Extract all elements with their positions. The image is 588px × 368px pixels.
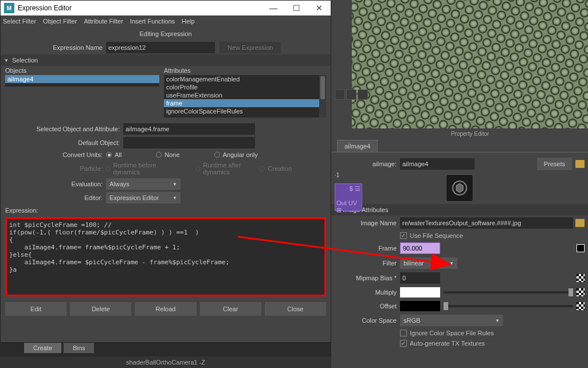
auto-tx-label: Auto-generate TX Textures (410, 340, 485, 347)
menu-attribute-filter[interactable]: Attribute Filter (84, 18, 123, 25)
convert-none-radio[interactable]: None (156, 151, 179, 158)
default-object-label: Default Object: (5, 139, 120, 146)
collapse-icon: ▼ (4, 58, 9, 63)
mipmap-bias-label: Mipmap Bias * (335, 275, 397, 281)
convert-all-radio[interactable]: All (106, 151, 121, 158)
selection-section-label: Selection (12, 57, 38, 64)
convert-units-label: Convert Units: (5, 151, 103, 158)
offset-label: Offset (335, 303, 397, 310)
uv-node[interactable]: $ ☰ Out UV ⊞ (335, 183, 362, 211)
attributes-label: Attributes (164, 67, 326, 74)
menu-help[interactable]: Help (182, 18, 195, 25)
node-label-partial: ·1 (335, 172, 339, 178)
close-button[interactable]: ✕ (308, 1, 331, 15)
image-name-input[interactable] (400, 217, 573, 229)
evaluation-label: Evaluation: (5, 181, 103, 187)
selection-section-header[interactable]: ▼ Selection (1, 54, 331, 66)
attribute-item[interactable]: useFrameExtension (164, 91, 326, 99)
menu-bar: Select Filter Object Filter Attribute Fi… (1, 15, 331, 27)
close-action-button[interactable]: Close (265, 302, 326, 316)
menu-insert-functions[interactable]: Insert Functions (130, 18, 175, 25)
tool-icon[interactable] (335, 89, 345, 100)
presets-button[interactable]: Presets (537, 158, 572, 170)
mipmap-bias-input[interactable] (400, 272, 440, 284)
multiply-label: Multiply (335, 289, 397, 296)
particle-creation-radio: Creation (259, 165, 292, 172)
auto-tx-checkbox[interactable] (400, 340, 407, 347)
menu-object-filter[interactable]: Object Filter (43, 18, 77, 25)
title-bar: M Expression Editor — ☐ ✕ (1, 1, 331, 15)
offset-swatch[interactable] (400, 301, 440, 311)
chevron-down-icon: ▼ (495, 318, 500, 323)
chevron-down-icon: ▼ (173, 182, 177, 187)
expression-label: Expression: (1, 205, 331, 216)
frame-input[interactable] (400, 242, 440, 254)
expression-textarea[interactable]: int $picCycleFrame =100; // if(pow(-1,( … (5, 217, 326, 296)
attribute-item[interactable]: colorManagementEnabled (164, 75, 326, 83)
image-attributes-header[interactable]: ▼ Image Attributes (331, 204, 588, 216)
connect-checker-icon[interactable] (577, 302, 585, 310)
multiply-slider[interactable] (444, 291, 573, 293)
window-title: Expression Editor (18, 4, 262, 12)
default-object-input[interactable] (123, 137, 255, 148)
object-item[interactable]: aiImage4 (5, 75, 159, 83)
attribute-item[interactable]: colorProfile (164, 83, 326, 91)
edit-button[interactable]: Edit (5, 302, 66, 316)
objects-listbox[interactable]: aiImage4 (5, 75, 159, 87)
connect-icon[interactable] (577, 244, 585, 252)
editor-label: Editor: (5, 194, 103, 201)
delete-button[interactable]: Delete (70, 302, 131, 316)
folder-icon[interactable] (575, 160, 585, 168)
filter-label: Filter (335, 260, 397, 267)
reload-button[interactable]: Reload (135, 302, 196, 316)
evaluation-dropdown[interactable]: Always▼ (106, 178, 181, 190)
image-name-label: Image Name (335, 220, 397, 226)
objects-label: Objects (5, 67, 159, 74)
filter-dropdown[interactable]: bilinear▼ (400, 257, 457, 269)
connect-checker-icon[interactable] (577, 274, 585, 282)
expression-name-input[interactable] (106, 42, 215, 53)
clear-button[interactable]: Clear (200, 302, 261, 316)
editor-dropdown[interactable]: Expression Editor▼ (106, 192, 181, 203)
chevron-down-icon: ▼ (173, 195, 177, 201)
attribute-item[interactable]: ignoreColorSpaceFileRules (164, 107, 326, 115)
svg-marker-5 (456, 183, 463, 193)
particle-label: Particle: (5, 165, 103, 172)
attributes-listbox[interactable]: colorManagementEnabledcolorProfileuseFra… (164, 75, 326, 118)
sel-attr-input[interactable] (123, 123, 255, 135)
particle-after-radio: Runtime after dynamics (196, 162, 248, 175)
attributes-scrollbar[interactable] (319, 75, 326, 118)
expression-editor-window: M Expression Editor — ☐ ✕ Select Filter … (0, 0, 331, 343)
convert-angular-radio[interactable]: Angular only (214, 151, 258, 158)
connect-checker-icon[interactable] (577, 288, 585, 296)
tool-icon[interactable] (358, 89, 368, 100)
new-expression-button[interactable]: New Expression (219, 42, 281, 53)
browse-icon[interactable] (575, 219, 585, 227)
bottom-tabs: Create Bins (24, 343, 94, 353)
editing-heading: Editing Expression (1, 27, 331, 41)
tool-icon[interactable] (346, 89, 356, 100)
use-file-sequence-checkbox[interactable] (400, 232, 407, 239)
particle-before-radio: Runtime before dynamics (106, 162, 162, 175)
property-tab[interactable]: aiImage4 (337, 140, 378, 152)
ignore-cs-rules-checkbox[interactable] (400, 330, 407, 336)
maximize-button[interactable]: ☐ (285, 1, 308, 15)
color-space-dropdown[interactable]: sRGB▼ (400, 315, 503, 326)
frame-label: Frame (335, 245, 397, 252)
menu-select-filter[interactable]: Select Filter (3, 18, 36, 25)
button-row: Edit Delete Reload Clear Close (1, 297, 331, 322)
multiply-swatch[interactable] (400, 287, 440, 297)
shader-thumbnail[interactable] (446, 174, 473, 202)
use-file-sequence-label: Use File Sequence (410, 232, 463, 239)
create-tab[interactable]: Create (24, 343, 61, 353)
aiimage-input[interactable] (400, 158, 475, 170)
offset-slider[interactable] (444, 305, 573, 307)
property-editor-title: Property Editor (352, 128, 588, 139)
maya-logo-icon: M (4, 3, 14, 13)
minimize-button[interactable]: — (262, 1, 285, 15)
status-bar: shaderBallOrthoCamera1 -Z (0, 357, 331, 368)
attribute-item[interactable]: frame (164, 99, 326, 107)
right-panel: Property Editor aiImage4 aiImage: Preset… (331, 0, 588, 368)
bins-tab[interactable]: Bins (64, 343, 94, 353)
sel-attr-label: Selected Object and Attribute: (5, 126, 120, 132)
